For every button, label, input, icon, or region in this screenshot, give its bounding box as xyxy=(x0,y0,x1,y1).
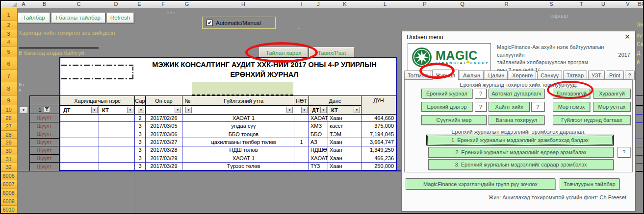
filter-dropdown[interactable]: ▼ xyxy=(320,107,327,113)
row-header[interactable]: 9 xyxy=(0,95,18,105)
row-header[interactable]: 2 xyxy=(0,21,18,29)
filter-dropdown[interactable]: ▼ xyxy=(175,107,181,113)
sort-help-button[interactable]: ? xyxy=(618,147,630,158)
tab-ajlyn[interactable]: Ажлын xyxy=(460,71,484,80)
flag-cell[interactable]: Шүүлт xyxy=(30,122,59,131)
row-header[interactable]: 6007 xyxy=(0,180,18,189)
flag-cell[interactable]: Шүүлт xyxy=(30,139,59,147)
column-header-k[interactable]: K xyxy=(328,0,362,8)
column-header-bf[interactable]: BF xyxy=(639,0,644,8)
fit-cells-button[interactable]: Гүйлгээг нүдэнд багтаах xyxy=(553,115,631,125)
cell-no[interactable] xyxy=(182,138,193,146)
cell-partner-dt[interactable] xyxy=(60,122,99,130)
flag-cell[interactable]: Шүүлт xyxy=(30,114,59,122)
filter-dropdown[interactable]: ▼ xyxy=(138,107,144,113)
summary-button[interactable]: Хураангуй xyxy=(593,89,631,98)
flag-cell[interactable]: Шүүлт xyxy=(30,163,59,171)
column-header-a[interactable]: A xyxy=(18,0,29,8)
header-desc[interactable]: Гүйлгээний утга xyxy=(193,96,294,106)
row-header[interactable]: 6 xyxy=(0,57,18,70)
cell-account-dt[interactable]: АЗ xyxy=(309,138,328,146)
column-a-filter-dropdown[interactable]: ▼ xyxy=(19,106,28,114)
select-all-corner[interactable] xyxy=(0,0,18,8)
cell-no[interactable] xyxy=(182,163,193,170)
column-header-q[interactable]: Q xyxy=(441,0,483,8)
cell-account-dt[interactable]: ХАОАТ1 xyxy=(309,154,328,162)
last-row-button[interactable]: Сүүлчийн мөр xyxy=(421,115,487,125)
cell-desc[interactable]: ББӨ тооцов xyxy=(193,130,294,138)
cell-partner-dt[interactable] xyxy=(60,163,99,170)
cell-vat[interactable] xyxy=(294,163,309,170)
cell-partner-kt[interactable] xyxy=(99,130,135,138)
adjust-column-button[interactable]: Багана тохируул xyxy=(489,115,544,125)
column-header-v[interactable]: V xyxy=(617,0,639,8)
cell-no[interactable] xyxy=(182,146,193,154)
row-header[interactable]: 32 xyxy=(0,163,18,171)
paste-button[interactable]: Тавих/Past xyxy=(309,47,355,58)
column-header-l[interactable]: L xyxy=(362,0,408,8)
cell-account-kt[interactable]: Хаан xyxy=(328,138,361,146)
header-amount[interactable]: ДҮН xyxy=(361,96,396,115)
view-report-button[interactable]: Тайлан харах xyxy=(259,47,308,58)
column-header-i[interactable]: I xyxy=(294,0,309,8)
header-account[interactable]: Данс xyxy=(309,96,361,106)
cell-partner-kt[interactable] xyxy=(99,163,135,170)
cell-date[interactable]: 2017/03/29 xyxy=(146,163,182,170)
cell-month[interactable]: 3 xyxy=(135,154,146,162)
column-header-c[interactable]: C xyxy=(59,0,98,8)
row-header[interactable]: 29 xyxy=(0,139,18,147)
close-icon[interactable]: ✕ xyxy=(624,33,630,41)
cell-account-dt[interactable]: ХАОАТ1 xyxy=(309,114,328,122)
cell-no[interactable] xyxy=(182,122,193,130)
cell-desc[interactable]: ундаа сүү xyxy=(193,122,294,130)
cell-vat[interactable]: 1 xyxy=(294,138,309,146)
cell-partner-kt[interactable] xyxy=(99,146,135,154)
row-header[interactable]: 5 xyxy=(0,47,18,57)
delete-row-button[interactable]: Мөр устгах xyxy=(593,102,631,112)
cell-partner-kt[interactable] xyxy=(99,122,135,130)
search-help-button[interactable]: ? xyxy=(531,102,544,112)
cell-amount[interactable]: 3,664,747 xyxy=(361,138,396,146)
cell-vat[interactable] xyxy=(294,146,309,154)
cell-month[interactable]: 3 xyxy=(135,122,146,130)
journal-help-button[interactable]: ? xyxy=(475,89,487,98)
tab-jurnal[interactable]: Журнал xyxy=(432,70,459,80)
cell-amount[interactable]: 1,349,250 xyxy=(361,146,396,154)
row-header[interactable]: 6010 xyxy=(0,206,18,214)
row-header[interactable]: 6008 xyxy=(0,189,18,197)
tab-sankhuu[interactable]: Санхүү xyxy=(537,71,562,80)
cell-account-dt[interactable]: ХМЗ xyxy=(309,122,328,130)
filter-dropdown[interactable]: ▼ xyxy=(301,107,308,113)
cell-date[interactable]: 2017/03/28 xyxy=(146,146,182,154)
filter-dropdown[interactable]: ▼ xyxy=(354,107,360,113)
ledger-help-button[interactable]: ? xyxy=(475,102,487,112)
flag-cell[interactable]: Шүүлт xyxy=(30,130,59,139)
tab-print[interactable]: Print xyxy=(606,71,624,80)
column-header-h[interactable]: H xyxy=(192,0,294,8)
cell-account-kt[interactable]: ТЭМ xyxy=(328,130,361,138)
cell-vat[interactable] xyxy=(294,154,309,162)
cell-partner-kt[interactable] xyxy=(99,114,135,122)
row-header[interactable]: 31 xyxy=(0,155,18,163)
column-header-f[interactable]: F xyxy=(145,0,181,8)
filter-dropdown[interactable]: ▼ xyxy=(286,107,293,113)
cell-vat[interactable] xyxy=(294,130,309,138)
row-header[interactable]: 7 xyxy=(0,70,18,82)
row-header[interactable]: 6006 xyxy=(0,172,18,180)
row-header[interactable]: 30 xyxy=(0,147,18,155)
cell-amount[interactable]: 250,000 xyxy=(361,163,396,170)
row-header[interactable]: 8 xyxy=(0,82,18,95)
column-i-note-button[interactable]: I баганы тайлбар xyxy=(51,12,105,23)
cell-account-kt[interactable]: Хаан xyxy=(328,154,361,162)
cell-partner-dt[interactable] xyxy=(60,154,99,162)
tab-help[interactable]: ? xyxy=(625,71,635,80)
tab-tsalin[interactable]: Цалин xyxy=(485,71,508,80)
cell-partner-kt[interactable] xyxy=(99,154,135,162)
column-header-t[interactable]: T xyxy=(573,0,590,8)
refresh-button[interactable]: Refresh xyxy=(106,12,134,23)
visit-group-button[interactable]: MagicFinance хэрэглэгчдийн групп рүү зоч… xyxy=(406,178,555,190)
row-header[interactable]: 6009 xyxy=(0,197,18,206)
filter-funnel-icon[interactable] xyxy=(43,106,50,113)
tab-togtmol[interactable]: Тогтмол xyxy=(404,71,431,80)
cell-desc[interactable]: ХАОАТ 1 xyxy=(193,154,294,162)
